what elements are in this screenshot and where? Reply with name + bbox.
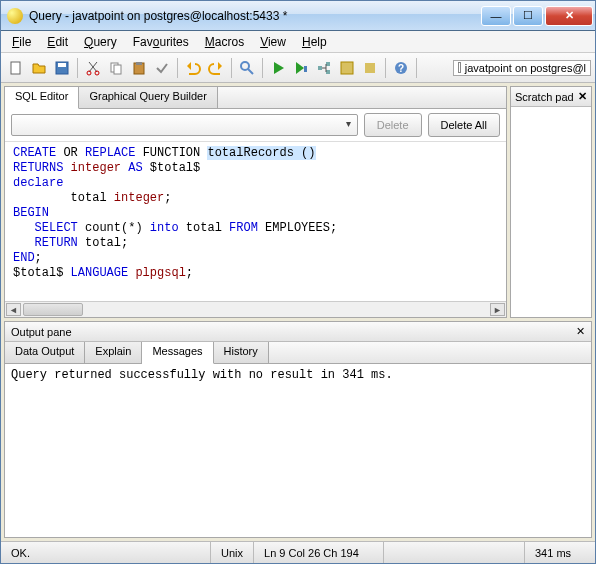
titlebar[interactable]: Query - javatpoint on postgres@localhost…: [1, 1, 595, 31]
scroll-thumb[interactable]: [23, 303, 83, 316]
svg-rect-11: [318, 66, 322, 70]
output-close-icon[interactable]: ✕: [576, 325, 585, 338]
output-panel: Output pane ✕ Data Output Explain Messag…: [4, 321, 592, 538]
toolbar-sep: [262, 58, 263, 78]
delete-button[interactable]: Delete: [364, 113, 422, 137]
menu-help[interactable]: Help: [295, 33, 334, 51]
status-position: Ln 9 Col 26 Ch 194: [254, 542, 384, 563]
svg-rect-6: [114, 65, 121, 74]
editor-panel: SQL Editor Graphical Query Builder Delet…: [4, 86, 507, 318]
help-icon[interactable]: ?: [390, 57, 412, 79]
undo-icon[interactable]: [182, 57, 204, 79]
menubar: File Edit Query Favourites Macros View H…: [1, 31, 595, 53]
toolbar-sep: [177, 58, 178, 78]
output-tabs: Data Output Explain Messages History: [5, 342, 591, 364]
output-title: Output pane: [11, 326, 72, 338]
status-time: 341 ms: [525, 542, 595, 563]
cancel-icon[interactable]: [359, 57, 381, 79]
connection-label: javatpoint on postgres@l: [465, 62, 586, 74]
tab-messages[interactable]: Messages: [142, 342, 213, 364]
menu-query[interactable]: Query: [77, 33, 124, 51]
svg-rect-8: [136, 62, 142, 65]
explain-analyze-icon[interactable]: [336, 57, 358, 79]
history-combo[interactable]: [11, 114, 358, 136]
toolbar-sep: [416, 58, 417, 78]
window-buttons: — ☐ ✕: [479, 6, 593, 26]
svg-rect-0: [11, 62, 20, 74]
scratch-pad: Scratch pad ✕: [510, 86, 592, 318]
find-icon[interactable]: [236, 57, 258, 79]
status-encoding: Unix: [211, 542, 254, 563]
menu-file[interactable]: File: [5, 33, 38, 51]
svg-rect-15: [365, 63, 375, 73]
connection-combo[interactable]: javatpoint on postgres@l: [453, 60, 591, 76]
tab-gqb[interactable]: Graphical Query Builder: [79, 87, 217, 108]
toolbar-sep: [77, 58, 78, 78]
body-area: SQL Editor Graphical Query Builder Delet…: [1, 83, 595, 541]
maximize-button[interactable]: ☐: [513, 6, 543, 26]
svg-rect-13: [326, 70, 330, 74]
connection-checkbox[interactable]: [458, 62, 461, 73]
editor-tabs: SQL Editor Graphical Query Builder: [5, 87, 506, 109]
svg-rect-14: [341, 62, 353, 74]
scratch-header: Scratch pad ✕: [511, 87, 591, 107]
delete-all-button[interactable]: Delete All: [428, 113, 500, 137]
tab-data-output[interactable]: Data Output: [5, 342, 85, 363]
status-spacer: [384, 542, 525, 563]
execute-icon[interactable]: [267, 57, 289, 79]
toolbar-sep: [231, 58, 232, 78]
new-icon[interactable]: [5, 57, 27, 79]
tab-history[interactable]: History: [214, 342, 269, 363]
app-icon: [7, 8, 23, 24]
scratch-close-icon[interactable]: ✕: [578, 90, 587, 103]
explain-icon[interactable]: [313, 57, 335, 79]
window-title: Query - javatpoint on postgres@localhost…: [29, 9, 479, 23]
svg-text:?: ?: [398, 63, 404, 74]
upper-panes: SQL Editor Graphical Query Builder Delet…: [4, 86, 592, 318]
svg-rect-10: [304, 66, 307, 72]
toolbar-sep: [385, 58, 386, 78]
toolbar: ? javatpoint on postgres@l: [1, 53, 595, 83]
redo-icon[interactable]: [205, 57, 227, 79]
open-icon[interactable]: [28, 57, 50, 79]
editor-toolbar: Delete Delete All: [5, 109, 506, 142]
save-icon[interactable]: [51, 57, 73, 79]
status-ok: OK.: [1, 542, 211, 563]
minimize-button[interactable]: —: [481, 6, 511, 26]
copy-icon[interactable]: [105, 57, 127, 79]
menu-favourites[interactable]: Favourites: [126, 33, 196, 51]
menu-macros[interactable]: Macros: [198, 33, 251, 51]
svg-rect-12: [326, 62, 330, 66]
svg-point-9: [241, 62, 249, 70]
clear-icon[interactable]: [151, 57, 173, 79]
execute-pgscript-icon[interactable]: [290, 57, 312, 79]
tab-sql-editor[interactable]: SQL Editor: [5, 87, 79, 109]
statusbar: OK. Unix Ln 9 Col 26 Ch 194 341 ms: [1, 541, 595, 563]
scroll-left-icon[interactable]: ◄: [6, 303, 21, 316]
menu-edit[interactable]: Edit: [40, 33, 75, 51]
scratch-title: Scratch pad: [515, 91, 574, 103]
tab-explain[interactable]: Explain: [85, 342, 142, 363]
paste-icon[interactable]: [128, 57, 150, 79]
scroll-right-icon[interactable]: ►: [490, 303, 505, 316]
svg-rect-2: [58, 63, 66, 67]
menu-view[interactable]: View: [253, 33, 293, 51]
sql-editor[interactable]: CREATE OR REPLACE FUNCTION totalRecords …: [5, 142, 506, 301]
output-header: Output pane ✕: [5, 322, 591, 342]
cut-icon[interactable]: [82, 57, 104, 79]
output-message[interactable]: Query returned successfully with no resu…: [5, 364, 591, 537]
scratch-body[interactable]: [511, 107, 591, 317]
close-button[interactable]: ✕: [545, 6, 593, 26]
app-window: Query - javatpoint on postgres@localhost…: [0, 0, 596, 564]
editor-hscroll[interactable]: ◄ ►: [5, 301, 506, 317]
